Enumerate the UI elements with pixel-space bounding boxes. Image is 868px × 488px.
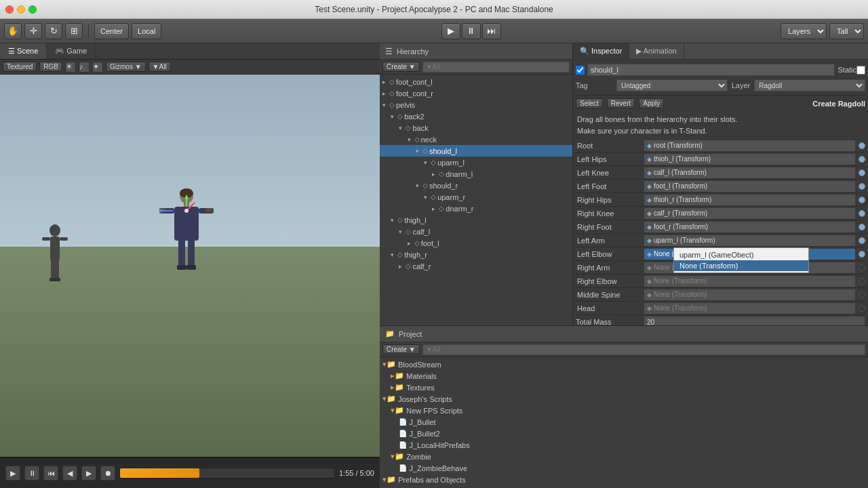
hierarchy-item-thigh_r[interactable]: ▾◇thigh_r	[380, 249, 572, 260]
center-button[interactable]: Center	[94, 23, 129, 39]
total-mass-input[interactable]	[644, 316, 865, 325]
animation-tab[interactable]: ▶ Animation	[629, 43, 684, 59]
project-item-zombie[interactable]: ▾📁Zombie	[380, 451, 868, 462]
project-create-button[interactable]: Create ▼	[382, 344, 420, 354]
hierarchy-item-neck[interactable]: ▾◇neck	[380, 134, 572, 145]
scene-tab[interactable]: ☰ Scene	[0, 43, 47, 59]
hierarchy-item-calf_l[interactable]: ▾◇calf_l	[380, 226, 572, 237]
bone-value-3[interactable]: ◆foot_l (Transform)	[644, 180, 856, 192]
hierarchy-item-foot_cont_l[interactable]: ▸◇foot_cont_l	[380, 76, 572, 87]
layer-select[interactable]: Ragdoll	[754, 79, 865, 92]
pause-button[interactable]: ⏸	[462, 23, 481, 39]
play-button[interactable]: ▶	[441, 23, 460, 39]
hierarchy-item-dnarm_l[interactable]: ▸◇dnarm_l	[380, 168, 572, 180]
bone-dot-9[interactable]	[859, 264, 865, 271]
rgb-button[interactable]: RGB	[39, 62, 62, 72]
bone-value-2[interactable]: ◆calf_l (Transform)	[644, 167, 856, 179]
bone-dot-6[interactable]	[859, 224, 865, 230]
bone-dot-12[interactable]	[859, 305, 865, 312]
timeline-track[interactable]	[119, 468, 335, 479]
tag-select[interactable]: Untagged	[616, 79, 728, 92]
maximize-button[interactable]	[28, 5, 37, 14]
bone-value-5[interactable]: ◆calf_r (Transform)	[644, 207, 856, 220]
hierarchy-item-thigh_l[interactable]: ▾◇thigh_l	[380, 214, 572, 226]
minimize-button[interactable]	[17, 5, 25, 14]
project-item-josephs-scripts[interactable]: ▾📁Joseph's Scripts	[380, 393, 868, 405]
bone-dot-2[interactable]	[859, 169, 865, 176]
hierarchy-item-should_l[interactable]: ▾◇should_l	[380, 145, 572, 157]
project-item-textures[interactable]: ▸📁Textures	[380, 382, 868, 393]
hierarchy-item-foot_l[interactable]: ▸◇foot_l	[380, 237, 572, 249]
hierarchy-create-button[interactable]: Create ▼	[382, 62, 420, 72]
bone-dot-4[interactable]	[859, 197, 865, 203]
active-checkbox[interactable]	[576, 66, 585, 75]
hand-tool-button[interactable]: ✋	[4, 23, 22, 39]
timeline-rewind-button[interactable]: ⏮	[43, 466, 58, 481]
project-item-prefabs-objects[interactable]: ▾📁Prefabs and Objects	[380, 474, 868, 485]
textured-button[interactable]: Textured	[3, 62, 37, 72]
bone-dot-11[interactable]	[859, 291, 865, 298]
hierarchy-search[interactable]	[422, 62, 570, 73]
dropdown-item-1[interactable]: uparm_l (GameObect)	[674, 249, 808, 260]
sound-toggle[interactable]: ♪	[79, 62, 90, 73]
bone-value-6[interactable]: ◆foot_r (Transform)	[644, 221, 856, 233]
local-button[interactable]: Local	[132, 23, 161, 39]
bone-dot-1[interactable]	[859, 156, 865, 163]
bone-dot-0[interactable]	[859, 142, 865, 149]
layers-dropdown[interactable]: Layers	[781, 23, 827, 39]
project-item-j-bullet2[interactable]: 📄J_Bullet2	[380, 428, 868, 439]
rotate-tool-button[interactable]: ↻	[45, 23, 62, 39]
timeline-frame-forward-button[interactable]: ▶	[81, 466, 96, 481]
bone-dot-7[interactable]	[859, 237, 865, 244]
hierarchy-item-back[interactable]: ▾◇back	[380, 122, 572, 134]
bone-dot-3[interactable]	[859, 183, 865, 190]
hierarchy-item-uparm_l[interactable]: ▾◇uparm_l	[380, 157, 572, 168]
bone-dot-5[interactable]	[859, 210, 865, 217]
project-item-materials[interactable]: ▸📁Materials	[380, 370, 868, 382]
timeline-frame-back-button[interactable]: ◀	[62, 466, 77, 481]
project-item-j-zombiebehave[interactable]: 📄J_ZombieBehave	[380, 462, 868, 474]
revert-button[interactable]: Revert	[607, 98, 635, 108]
step-button[interactable]: ⏭	[482, 23, 501, 39]
gameobject-name-input[interactable]	[587, 64, 835, 76]
hierarchy-item-should_r[interactable]: ▾◇should_r	[380, 180, 572, 191]
inspector-tab[interactable]: 🔍 Inspector	[573, 43, 629, 59]
project-item-prefabs[interactable]: ▾📁Prefabs	[380, 485, 868, 488]
hierarchy-item-calf_r[interactable]: ▸◇calf_r	[380, 260, 572, 272]
bone-value-0[interactable]: ◆root (Transform)	[644, 140, 856, 152]
bone-value-12[interactable]: ◆None (Transform)	[644, 302, 856, 314]
select-button[interactable]: Select	[576, 98, 603, 108]
dropdown-item-2[interactable]: None (Transform)	[674, 260, 808, 271]
move-tool-button[interactable]: ✛	[24, 23, 42, 39]
bone-value-11[interactable]: ◆None (Transform)	[644, 289, 856, 301]
effects-toggle[interactable]: ✦	[92, 62, 103, 73]
static-checkbox[interactable]	[856, 66, 865, 75]
window-controls[interactable]	[5, 5, 37, 14]
gizmos-button[interactable]: Gizmos ▼	[106, 62, 146, 72]
timeline-play-button[interactable]: ▶	[5, 466, 20, 481]
hierarchy-item-pelvis[interactable]: ▾◇pelvis	[380, 99, 572, 110]
all-button[interactable]: ▼All	[149, 62, 171, 72]
scene-view[interactable]	[0, 75, 380, 457]
bone-value-10[interactable]: ◆None (Transform)	[644, 275, 856, 287]
autocomplete-dropdown[interactable]: uparm_l (GameObect) None (Transform)	[673, 247, 809, 273]
bone-value-4[interactable]: ◆thioh_r (Transform)	[644, 194, 856, 206]
scale-tool-button[interactable]: ⊞	[65, 23, 83, 39]
bone-dot-10[interactable]	[859, 278, 865, 285]
timeline-record-button[interactable]: ⏺	[100, 466, 115, 481]
project-item-j-bullet[interactable]: 📄J_Bullet	[380, 416, 868, 428]
game-tab[interactable]: 🎮 Game	[47, 43, 96, 59]
lighting-toggle[interactable]: ☀	[65, 62, 76, 73]
project-item-new-fps-scripts[interactable]: ▾📁New FPS Scripts	[380, 405, 868, 416]
hierarchy-item-uparm_r[interactable]: ▾◇uparm_r	[380, 191, 572, 203]
bone-value-7[interactable]: ◆uparm_l (Transform)	[644, 235, 856, 247]
timeline-pause-button[interactable]: ⏸	[24, 466, 39, 481]
hierarchy-item-foot_cont_r[interactable]: ▸◇foot_cont_r	[380, 87, 572, 99]
layout-dropdown[interactable]: Tall	[829, 23, 864, 39]
project-search[interactable]	[422, 344, 865, 355]
project-item-bloodstream[interactable]: ▾📁BloodStream	[380, 359, 868, 370]
bone-dot-8[interactable]	[859, 251, 865, 258]
hierarchy-item-back2[interactable]: ▾◇back2	[380, 110, 572, 122]
apply-button[interactable]: Apply	[639, 98, 664, 108]
close-button[interactable]	[5, 5, 14, 14]
